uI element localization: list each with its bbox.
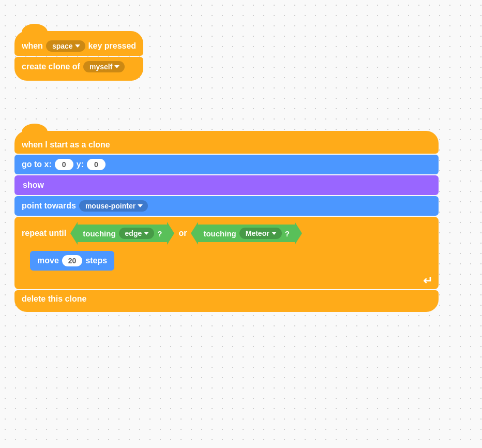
point-towards-label: point towards: [22, 201, 76, 211]
show-label: show: [23, 181, 44, 190]
loop-arrow-icon: ↵: [423, 274, 432, 288]
meteor-value: Meteor: [246, 229, 269, 237]
question1: ?: [157, 229, 162, 238]
or-label: or: [178, 229, 187, 238]
key-dropdown[interactable]: space: [46, 40, 85, 52]
move-label: move: [37, 256, 59, 265]
point-towards-block[interactable]: point towards mouse-pointer: [14, 196, 439, 216]
show-block[interactable]: show: [14, 175, 439, 195]
mouse-pointer-arrow: [138, 204, 143, 207]
delete-clone-label: delete this clone: [22, 294, 86, 304]
myself-dropdown[interactable]: myself: [83, 61, 125, 72]
when-label: when: [22, 41, 43, 51]
goto-label: go to x:: [22, 160, 52, 169]
y-input[interactable]: 0: [87, 159, 106, 170]
y-label: y:: [77, 160, 84, 169]
create-clone-label: create clone of: [22, 62, 80, 71]
repeat-until-block[interactable]: repeat until touching edge ?: [14, 217, 439, 289]
x-input[interactable]: 0: [55, 159, 73, 170]
key-value: space: [52, 42, 73, 50]
stack-when-key-pressed: when space key pressed create clone of m…: [14, 32, 143, 81]
delete-clone-block[interactable]: delete this clone: [14, 290, 439, 312]
create-clone-block[interactable]: create clone of myself: [14, 57, 143, 81]
repeat-until-header: repeat until touching edge ?: [14, 217, 439, 250]
repeat-footer: ↵: [14, 273, 439, 289]
edge-value: edge: [125, 229, 142, 237]
question2: ?: [285, 229, 290, 238]
move-block[interactable]: move 20 steps: [30, 251, 114, 271]
steps-label: steps: [85, 256, 107, 265]
when-key-pressed-block[interactable]: when space key pressed: [14, 31, 143, 56]
meteor-arrow: [272, 232, 277, 235]
repeat-until-label: repeat until: [22, 229, 66, 238]
mouse-pointer-value: mouse-pointer: [85, 202, 135, 210]
touching2-label: touching: [203, 229, 236, 238]
edge-arrow: [144, 232, 149, 235]
mouse-pointer-dropdown[interactable]: mouse-pointer: [79, 200, 148, 212]
when-clone-label: when I start as a clone: [22, 140, 110, 150]
meteor-dropdown[interactable]: Meteor: [239, 228, 282, 239]
move-input[interactable]: 20: [62, 255, 83, 266]
goto-block[interactable]: go to x: 0 y: 0: [14, 155, 439, 174]
myself-dropdown-arrow: [114, 65, 119, 68]
myself-value: myself: [89, 63, 112, 71]
when-clone-block[interactable]: when I start as a clone: [14, 131, 439, 154]
stack-when-clone: when I start as a clone go to x: 0 y: 0 …: [14, 132, 439, 312]
repeat-body: move 20 steps: [30, 250, 439, 273]
key-dropdown-arrow: [75, 44, 80, 48]
key-pressed-label: key pressed: [88, 41, 137, 51]
edge-dropdown[interactable]: edge: [119, 228, 155, 239]
touching1-label: touching: [83, 229, 115, 238]
